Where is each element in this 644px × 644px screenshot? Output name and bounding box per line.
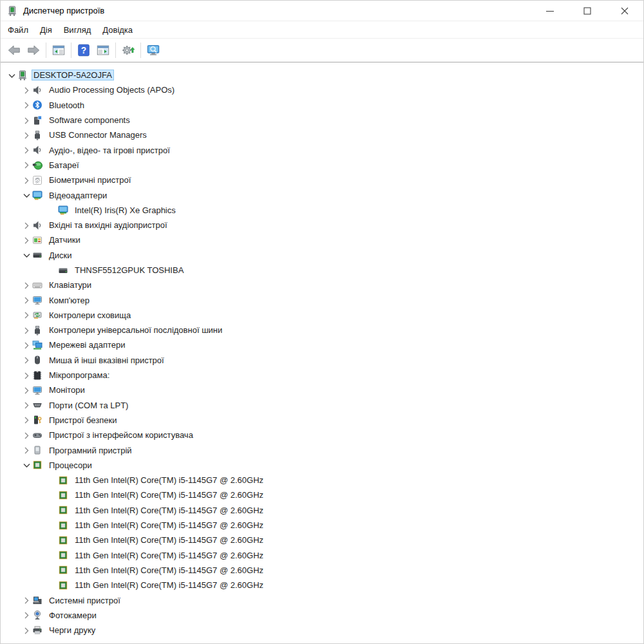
tree-item[interactable]: Відеоадаптери bbox=[1, 187, 643, 202]
chevron-right-icon[interactable] bbox=[21, 325, 32, 336]
chevron-right-icon[interactable] bbox=[21, 295, 32, 305]
chevron-right-icon[interactable] bbox=[21, 115, 32, 126]
tree-item-label[interactable]: 11th Gen Intel(R) Core(TM) i5-1145G7 @ 2… bbox=[72, 504, 266, 516]
tree-item-label[interactable]: Біометричні пристрої bbox=[46, 174, 133, 186]
tree-item[interactable]: Мікропрограма: bbox=[1, 368, 643, 383]
tree-item[interactable]: Датчики bbox=[1, 232, 643, 247]
tree-item-label[interactable]: Клавіатури bbox=[46, 279, 94, 291]
tree-item[interactable]: Контролери універсальної послідовної шин… bbox=[1, 323, 643, 337]
tree-item-label[interactable]: Bluetooth bbox=[46, 99, 87, 111]
tree-item[interactable]: DESKTOP-5A2OJFA bbox=[1, 68, 643, 82]
tree-item-label[interactable]: Миша й інші вказівні пристрої bbox=[46, 354, 167, 366]
tree-item[interactable]: 11th Gen Intel(R) Core(TM) i5-1145G7 @ 2… bbox=[1, 578, 643, 592]
tree-item[interactable]: Миша й інші вказівні пристрої bbox=[1, 353, 643, 368]
tree-item[interactable]: Мережеві адаптери bbox=[1, 337, 643, 352]
scan-hardware-changes-button[interactable] bbox=[144, 41, 163, 59]
tree-item[interactable]: Пристрої безпеки bbox=[1, 413, 643, 428]
chevron-right-icon[interactable] bbox=[21, 430, 32, 440]
chevron-right-icon[interactable] bbox=[21, 415, 32, 425]
tree-item-label[interactable]: Intel(R) Iris(R) Xe Graphics bbox=[72, 204, 178, 216]
tree-item[interactable]: 11th Gen Intel(R) Core(TM) i5-1145G7 @ 2… bbox=[1, 503, 643, 518]
tree-item-label[interactable]: Пристрої безпеки bbox=[46, 414, 119, 426]
chevron-right-icon[interactable] bbox=[21, 85, 32, 95]
close-button[interactable] bbox=[606, 1, 643, 21]
tree-item-label[interactable]: Батареї bbox=[46, 159, 82, 171]
tree-item-label[interactable]: Процесори bbox=[46, 459, 95, 471]
chevron-down-icon[interactable] bbox=[21, 460, 32, 470]
chevron-right-icon[interactable] bbox=[21, 385, 32, 395]
tree-item[interactable]: Контролери сховища bbox=[1, 308, 643, 323]
tree-item[interactable]: Bluetooth bbox=[1, 98, 643, 113]
tree-item-label[interactable]: 11th Gen Intel(R) Core(TM) i5-1145G7 @ 2… bbox=[72, 549, 266, 562]
maximize-button[interactable] bbox=[569, 1, 606, 21]
menu-action[interactable]: Дія bbox=[34, 23, 58, 37]
chevron-right-icon[interactable] bbox=[21, 610, 32, 620]
chevron-right-icon[interactable] bbox=[21, 445, 32, 455]
tree-item[interactable]: 11th Gen Intel(R) Core(TM) i5-1145G7 @ 2… bbox=[1, 488, 643, 502]
tree-item-label[interactable]: 11th Gen Intel(R) Core(TM) i5-1145G7 @ 2… bbox=[72, 564, 266, 576]
tree-item-label[interactable]: Вхідні та вихідні аудіопристрої bbox=[46, 219, 170, 231]
tree-item[interactable]: Клавіатури bbox=[1, 278, 643, 292]
tree-item[interactable]: Audio Processing Objects (APOs) bbox=[1, 82, 643, 97]
chevron-right-icon[interactable] bbox=[21, 340, 32, 350]
tree-item[interactable]: Системні пристрої bbox=[1, 592, 643, 607]
show-console-tree-button[interactable] bbox=[49, 41, 68, 59]
tree-item[interactable]: 11th Gen Intel(R) Core(TM) i5-1145G7 @ 2… bbox=[1, 518, 643, 533]
tree-item-label[interactable]: Контролери сховища bbox=[46, 309, 133, 321]
tree-item[interactable]: Intel(R) Iris(R) Xe Graphics bbox=[1, 203, 643, 218]
tree-item-label[interactable]: Програмний пристрій bbox=[46, 444, 135, 457]
tree-item-label[interactable]: Контролери універсальної послідовної шин… bbox=[46, 324, 225, 336]
chevron-right-icon[interactable] bbox=[21, 235, 32, 245]
tree-item[interactable]: Аудіо-, відео- та ігрові пристрої bbox=[1, 142, 643, 157]
chevron-right-icon[interactable] bbox=[21, 130, 32, 140]
tree-item-label[interactable]: 11th Gen Intel(R) Core(TM) i5-1145G7 @ 2… bbox=[72, 579, 266, 591]
chevron-right-icon[interactable] bbox=[21, 370, 32, 381]
tree-item-label[interactable]: Audio Processing Objects (APOs) bbox=[46, 84, 177, 96]
tree-item-label[interactable]: Черги друку bbox=[46, 624, 98, 636]
tree-item-label[interactable]: Комп'ютер bbox=[46, 294, 92, 307]
menu-help[interactable]: Довідка bbox=[97, 23, 138, 37]
tree-item-label[interactable]: Мікропрограма: bbox=[46, 369, 112, 381]
tree-item[interactable]: 11th Gen Intel(R) Core(TM) i5-1145G7 @ 2… bbox=[1, 563, 643, 578]
update-driver-button[interactable] bbox=[118, 41, 138, 59]
chevron-down-icon[interactable] bbox=[6, 70, 17, 80]
tree-item-label[interactable]: Мережеві адаптери bbox=[46, 339, 128, 351]
tree-item[interactable]: Комп'ютер bbox=[1, 292, 643, 307]
tree-item[interactable]: Диски bbox=[1, 248, 643, 263]
chevron-down-icon[interactable] bbox=[21, 250, 32, 260]
tree-item[interactable]: Черги друку bbox=[1, 623, 643, 638]
tree-item-label[interactable]: 11th Gen Intel(R) Core(TM) i5-1145G7 @ 2… bbox=[72, 474, 266, 486]
tree-item-label[interactable]: Диски bbox=[46, 249, 75, 261]
chevron-right-icon[interactable] bbox=[21, 100, 32, 110]
chevron-right-icon[interactable] bbox=[21, 625, 32, 636]
tree-item[interactable]: Вхідні та вихідні аудіопристрої bbox=[1, 218, 643, 232]
chevron-right-icon[interactable] bbox=[21, 175, 32, 185]
show-action-pane-button[interactable] bbox=[93, 41, 113, 59]
tree-item[interactable]: THNSF5512GPUK TOSHIBA bbox=[1, 263, 643, 278]
tree-item-label[interactable]: Аудіо-, відео- та ігрові пристрої bbox=[46, 144, 173, 156]
tree-item[interactable]: Процесори bbox=[1, 458, 643, 473]
chevron-right-icon[interactable] bbox=[21, 355, 32, 365]
menu-view[interactable]: Вигляд bbox=[58, 23, 97, 37]
minimize-button[interactable] bbox=[531, 1, 569, 21]
tree-item[interactable]: USB Connector Managers bbox=[1, 128, 643, 142]
tree-item[interactable]: Порти (COM та LPT) bbox=[1, 398, 643, 413]
tree-item[interactable]: Software components bbox=[1, 113, 643, 128]
tree-item[interactable]: Пристрої з інтерфейсом користувача bbox=[1, 428, 643, 442]
tree-item[interactable]: Біометричні пристрої bbox=[1, 173, 643, 187]
tree-item-label[interactable]: Датчики bbox=[46, 234, 83, 246]
chevron-right-icon[interactable] bbox=[21, 310, 32, 320]
tree-item-label[interactable]: Монітори bbox=[46, 384, 88, 396]
back-button[interactable] bbox=[5, 41, 24, 59]
menu-file[interactable]: Файл bbox=[2, 23, 34, 37]
tree-item[interactable]: Батареї bbox=[1, 158, 643, 173]
chevron-right-icon[interactable] bbox=[21, 160, 32, 170]
tree-item-label[interactable]: Відеоадаптери bbox=[46, 189, 109, 202]
tree-item-label[interactable]: 11th Gen Intel(R) Core(TM) i5-1145G7 @ 2… bbox=[72, 534, 266, 546]
help-button[interactable]: ? bbox=[74, 41, 93, 59]
chevron-right-icon[interactable] bbox=[21, 280, 32, 290]
tree-item-label[interactable]: Software components bbox=[46, 114, 133, 126]
chevron-right-icon[interactable] bbox=[21, 220, 32, 231]
tree-item[interactable]: 11th Gen Intel(R) Core(TM) i5-1145G7 @ 2… bbox=[1, 533, 643, 547]
tree-item-label[interactable]: THNSF5512GPUK TOSHIBA bbox=[72, 264, 186, 276]
